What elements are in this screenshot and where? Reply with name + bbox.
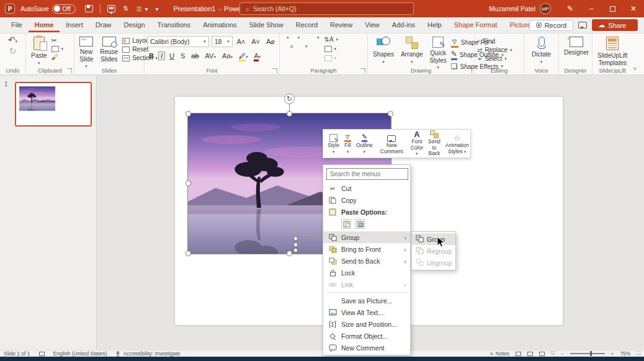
mini-style-button[interactable]: Style ▾ <box>325 131 342 156</box>
language-indicator[interactable]: English (United States) <box>53 350 107 357</box>
second-object-handle-bottom[interactable] <box>293 248 298 252</box>
close-button[interactable]: ✕ <box>623 0 644 17</box>
copy-button[interactable]: ▾ <box>51 46 64 52</box>
strikethrough-button[interactable]: ab <box>189 52 200 60</box>
tab-view[interactable]: View <box>359 18 386 32</box>
save-icon[interactable] <box>85 5 93 12</box>
avatar[interactable]: MP <box>540 3 551 14</box>
dictate-button[interactable]: Dictate▾ <box>529 35 553 66</box>
undo-icon[interactable]: ↶▾ <box>8 35 17 44</box>
menu-item-group[interactable]: Group › <box>323 231 410 243</box>
tab-animations[interactable]: Animations <box>197 18 243 32</box>
autosave-toggle[interactable]: AutoSave Off <box>20 4 76 14</box>
italic-button[interactable]: I <box>158 51 165 60</box>
mini-outline-button[interactable]: ✎ Outline ▾ <box>354 131 375 156</box>
cut-button[interactable]: ✂ <box>51 37 64 44</box>
tab-design[interactable]: Design <box>117 18 151 32</box>
reuse-slides-button[interactable]: Reuse Slides <box>97 35 120 70</box>
accessibility-status[interactable]: Accessibility: Investigate <box>115 350 180 357</box>
slideuplift-templates-button[interactable]: SlideUpLiftTemplates <box>595 35 630 68</box>
tab-draw[interactable]: Draw <box>89 18 118 32</box>
menu-item-lock[interactable]: Lock <box>323 267 410 279</box>
handle-bottom-left[interactable] <box>186 251 191 256</box>
character-spacing-button[interactable]: AV▾ <box>203 52 218 60</box>
highlight-color-button[interactable]: 🖉▾ <box>237 52 250 60</box>
reorder-icon[interactable]: ⇅ <box>122 5 130 12</box>
menu-item-bring-to-front[interactable]: Bring to Front › <box>323 243 410 255</box>
minimize-button[interactable]: – <box>581 0 602 17</box>
reading-view-icon[interactable] <box>539 352 545 356</box>
select-button[interactable]: ➢Select▾ <box>477 55 521 62</box>
zoom-slider[interactable] <box>570 353 605 354</box>
share-button[interactable]: ☁Share▾ <box>592 19 638 31</box>
record-button[interactable]: Record <box>529 20 573 31</box>
rotation-handle[interactable]: ↻ <box>284 94 295 104</box>
handle-top-center[interactable] <box>287 111 292 117</box>
submenu-item-group[interactable]: Group <box>412 233 455 245</box>
paragraph-dialog-launcher-icon[interactable] <box>360 68 365 73</box>
mini-fill-button[interactable]: 🜄 Fill ▾ <box>342 131 354 156</box>
second-object-handle-top[interactable] <box>293 236 298 241</box>
mini-send-to-back-button[interactable]: Sendto Back <box>426 131 443 156</box>
tab-home[interactable]: Home <box>29 18 60 32</box>
mini-animation-styles-button[interactable]: ☆ AnimationStyles ▾ <box>443 131 472 156</box>
tab-add-ins[interactable]: Add-ins <box>386 18 421 32</box>
qat-overflow-icon[interactable]: ▾ <box>155 6 159 12</box>
handle-bottom-center[interactable] <box>287 251 292 256</box>
restore-button[interactable] <box>602 0 623 17</box>
paste-button[interactable]: Paste▾ <box>29 35 50 67</box>
slide-thumbnail[interactable] <box>15 82 92 127</box>
handle-top-left[interactable] <box>186 111 191 117</box>
slide-sorter-view-icon[interactable] <box>527 352 533 356</box>
tab-review[interactable]: Review <box>324 18 359 32</box>
menu-item-view-alt-text[interactable]: View Alt Text... <box>323 306 410 318</box>
handle-top-right[interactable] <box>388 111 393 117</box>
zoom-level[interactable]: 75% <box>620 350 630 357</box>
mini-new-comment-button[interactable]: NewComment <box>378 131 406 156</box>
replace-button[interactable]: ⇄Replace▾ <box>477 47 521 53</box>
zoom-in-button[interactable]: + <box>611 351 614 357</box>
align-text-button[interactable]: ▾ <box>324 46 339 52</box>
zoom-slider-thumb[interactable] <box>590 351 592 356</box>
bold-button[interactable]: B <box>147 52 156 60</box>
second-object-handle-middle[interactable] <box>293 243 298 247</box>
user-name[interactable]: Muzammil Patel <box>489 5 535 12</box>
tab-insert[interactable]: Insert <box>60 18 89 32</box>
menu-item-format-object[interactable]: Format Object... <box>323 330 410 342</box>
shrink-font-button[interactable]: A˅ <box>249 38 262 45</box>
tab-shape-format[interactable]: Shape Format <box>448 18 504 32</box>
tab-record[interactable]: Record <box>290 18 324 32</box>
shapes-button[interactable]: Shapes▾ <box>370 35 396 71</box>
tab-transitions[interactable]: Transitions <box>151 18 197 32</box>
clipboard-dialog-launcher-icon[interactable] <box>67 68 72 73</box>
menu-item-new-comment[interactable]: New Comment <box>323 342 410 354</box>
text-direction-button[interactable]: ⇅A▾ <box>324 37 339 43</box>
text-shadow-button[interactable]: S <box>179 52 187 60</box>
font-size-combo[interactable]: 18▾ <box>212 36 233 47</box>
search-box[interactable]: ⌕ Search (Alt+Q) <box>239 2 414 15</box>
find-button[interactable]: ⌕Find <box>477 37 521 45</box>
tab-slide-show[interactable]: Slide Show <box>243 18 290 32</box>
normal-view-icon[interactable] <box>516 352 521 356</box>
paste-keep-formatting-icon[interactable] <box>341 219 351 229</box>
zoom-out-button[interactable]: − <box>561 351 564 357</box>
handle-middle-left[interactable] <box>186 180 191 186</box>
slideshow-view-icon[interactable]: ⛉ <box>551 350 555 357</box>
powerpoint-logo-icon[interactable]: P <box>5 4 15 14</box>
arrange-button[interactable]: Arrange▾ <box>398 35 426 71</box>
paste-picture-icon[interactable] <box>355 219 365 229</box>
comments-icon[interactable] <box>578 22 587 29</box>
menu-item-send-to-back[interactable]: Send to Back › <box>323 255 410 267</box>
collapse-ribbon-icon[interactable]: ˅ <box>633 66 637 72</box>
grow-font-button[interactable]: A˄ <box>235 38 248 45</box>
new-slide-button[interactable]: New Slide▾ <box>77 35 96 70</box>
start-slideshow-icon[interactable] <box>107 5 115 12</box>
menu-item-size-and-position[interactable]: Size and Position... <box>323 318 410 330</box>
mini-font-color-button[interactable]: A FontColor ▾ <box>408 131 426 156</box>
customize-qat-icon[interactable]: ☰ ▾ <box>136 6 149 12</box>
tab-help[interactable]: Help <box>421 18 448 32</box>
pen-icon[interactable]: ✎ <box>560 0 581 17</box>
font-name-combo[interactable]: Calibri (Body)▾ <box>147 36 209 47</box>
change-case-button[interactable]: Aa▾ <box>220 52 235 60</box>
font-dialog-launcher-icon[interactable] <box>272 68 277 73</box>
